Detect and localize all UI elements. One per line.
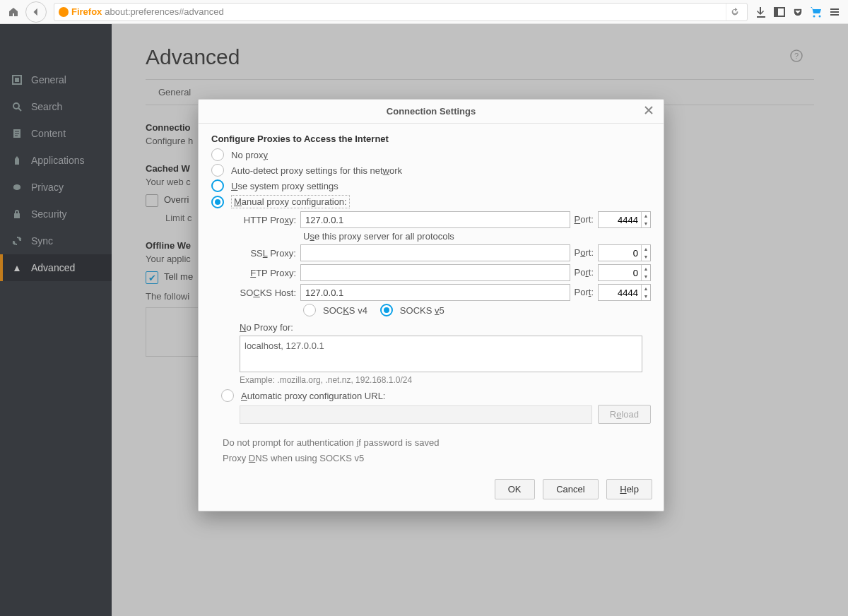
socks-port-label: Port: [575, 287, 594, 298]
http-port-label: Port: [575, 214, 594, 225]
radio-auto-detect[interactable]: Auto-detect proxy settings for this netw… [211, 164, 651, 177]
ftp-port-input[interactable] [599, 265, 641, 280]
firefox-icon [59, 7, 69, 17]
radio-auto-url[interactable]: Automatic proxy configuration URL: [221, 389, 651, 402]
menu-icon[interactable] [825, 3, 844, 21]
spinner[interactable]: ▲▼ [641, 285, 650, 300]
radio-socks5[interactable] [380, 304, 393, 316]
radio-icon [211, 148, 224, 161]
browser-toolbar: Firefox about:preferences#advanced [0, 0, 848, 24]
no-proxy-example: Example: .mozilla.org, .net.nz, 192.168.… [240, 375, 651, 385]
svg-point-3 [819, 15, 821, 17]
pocket-icon[interactable] [789, 3, 807, 21]
ftp-port-label: Port: [575, 267, 594, 278]
url-field[interactable]: Firefox about:preferences#advanced [54, 3, 748, 21]
ssl-proxy-label: SSL Proxy: [240, 248, 296, 259]
socks-host-input[interactable] [300, 284, 570, 301]
help-button[interactable]: Help [606, 479, 652, 499]
radio-icon [211, 164, 224, 177]
ok-button[interactable]: OK [495, 479, 535, 499]
radio-socks4[interactable] [303, 304, 316, 316]
spinner[interactable]: ▲▼ [641, 265, 650, 280]
connection-settings-dialog: Connection Settings Configure Proxies to… [198, 99, 664, 511]
ssl-port-label: Port: [575, 247, 594, 259]
cancel-button[interactable]: Cancel [543, 479, 598, 499]
no-proxy-textarea[interactable] [240, 336, 642, 372]
spinner[interactable]: ▲▼ [641, 245, 650, 261]
no-auth-prompt-checkbox[interactable] [211, 437, 223, 448]
svg-rect-1 [775, 8, 778, 16]
identity-box: Firefox [59, 6, 102, 17]
dialog-title: Connection Settings [387, 106, 476, 117]
ftp-proxy-input[interactable] [300, 264, 570, 281]
back-button[interactable] [25, 1, 47, 23]
cart-icon[interactable] [807, 3, 825, 21]
dialog-title-bar: Connection Settings [199, 100, 664, 124]
spinner[interactable]: ▲▼ [641, 212, 650, 227]
proxy-dns-checkbox[interactable] [211, 452, 223, 463]
ftp-proxy-label: FTP Proxy: [240, 268, 296, 278]
reload-icon[interactable] [726, 4, 743, 20]
auto-url-input [240, 405, 592, 424]
sidebar-toggle-icon[interactable] [770, 3, 789, 21]
radio-icon [211, 196, 224, 208]
socks-port-input[interactable] [599, 285, 641, 300]
socks-host-label: SOCKS Host: [240, 288, 296, 298]
no-proxy-label: No Proxy for: [240, 322, 651, 333]
close-icon[interactable] [644, 105, 656, 118]
radio-icon [221, 389, 234, 402]
http-proxy-label: HTTP Proxy: [240, 215, 296, 225]
home-icon[interactable] [4, 3, 23, 21]
radio-icon [211, 179, 224, 192]
ssl-port-input[interactable] [599, 245, 641, 261]
http-port-input[interactable] [599, 212, 641, 227]
radio-system-proxy[interactable]: Use system proxy settings [211, 179, 651, 192]
http-proxy-input[interactable] [300, 211, 570, 228]
radio-no-proxy[interactable]: No proxy [211, 148, 651, 161]
radio-manual-proxy[interactable]: Manual proxy configuration: [211, 195, 651, 208]
ssl-proxy-input[interactable] [300, 244, 570, 261]
proxy-section-label: Configure Proxies to Access the Internet [211, 134, 651, 144]
url-text: about:preferences#advanced [105, 6, 223, 17]
svg-point-2 [813, 15, 815, 17]
downloads-icon[interactable] [752, 3, 770, 21]
reload-button: Reload [598, 405, 651, 424]
